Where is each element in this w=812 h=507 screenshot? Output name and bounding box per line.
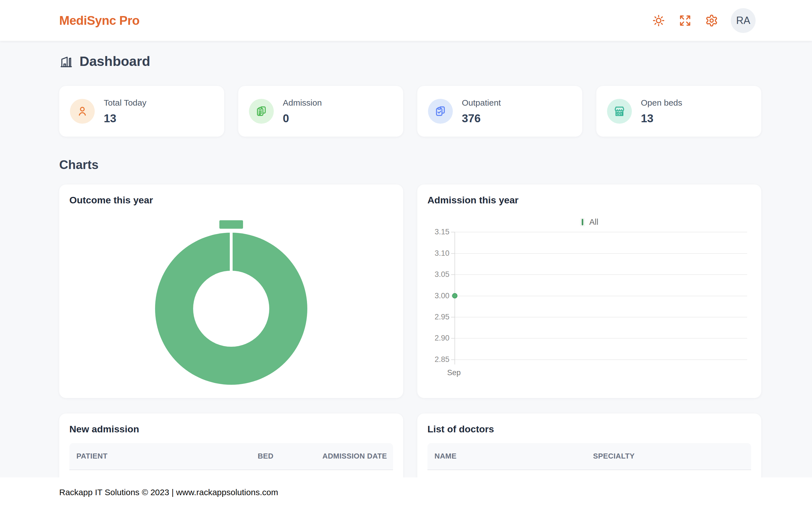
table-header-row: NAME SPECIALTY [427, 443, 751, 470]
data-point-sep [452, 293, 458, 298]
y-axis-tick: 3.00 [427, 291, 449, 300]
footer-text: Rackapp IT Solutions © 2023 | www.rackap… [59, 488, 278, 497]
chart-title: Admission this year [427, 194, 751, 206]
stat-card-total-today: Total Today 13 [59, 86, 224, 136]
table-header-row: PATIENT BED ADMISSION DATE [69, 443, 393, 470]
settings-button[interactable] [704, 13, 719, 29]
tick-mark [451, 253, 455, 254]
stat-card-outpatient: Outpatient 376 [417, 86, 582, 136]
donut-legend-swatch[interactable] [219, 220, 243, 229]
column-header-admission-date: ADMISSION DATE [315, 443, 393, 469]
y-axis-tick: 3.10 [427, 249, 449, 258]
legend-label: All [589, 217, 598, 227]
stat-card-open-beds: Open beds 13 [596, 86, 761, 136]
chart-title: Outcome this year [69, 194, 393, 206]
stat-value: 376 [462, 112, 501, 125]
dashboard-icon [59, 54, 73, 68]
main-content: Dashboard Total Today 13 [0, 41, 812, 507]
footer: Rackapp IT Solutions © 2023 | www.rackap… [0, 477, 812, 507]
tick-mark [451, 338, 455, 339]
y-axis-tick: 3.05 [427, 270, 449, 279]
admission-line-chart: 3.15 3.10 3.05 3.00 2.95 2.90 2. [427, 232, 747, 359]
tick-mark [451, 274, 455, 275]
line-chart-legend[interactable]: All [427, 217, 751, 227]
gear-icon [705, 14, 718, 27]
outcome-chart-card: Outcome this year [59, 184, 403, 398]
y-axis-tick: 3.15 [427, 228, 449, 236]
outcome-donut-chart [155, 233, 307, 385]
clipboard-list-icon [249, 99, 274, 124]
app-logo: MediSync Pro [59, 13, 140, 27]
stat-text: Outpatient 376 [462, 98, 501, 125]
column-header-bed: BED [251, 443, 315, 469]
column-header-name: NAME [427, 443, 586, 469]
gridline [455, 338, 747, 339]
stat-label: Total Today [104, 98, 146, 108]
x-axis-label: Sep [447, 369, 461, 377]
y-axis-tick: 2.90 [427, 334, 449, 342]
y-axis-tick: 2.95 [427, 313, 449, 321]
page-title: Dashboard [80, 54, 150, 69]
gridline [455, 359, 747, 360]
tick-mark [451, 232, 455, 232]
stat-value: 13 [641, 112, 682, 125]
store-icon [607, 99, 632, 124]
tick-mark [451, 359, 455, 360]
charts-section-heading: Charts [59, 158, 761, 172]
legend-swatch-box[interactable] [580, 218, 585, 226]
stats-row: Total Today 13 Admission 0 [59, 86, 761, 136]
column-header-patient: PATIENT [69, 443, 251, 469]
table-title: List of doctors [427, 424, 751, 435]
fullscreen-button[interactable] [677, 13, 693, 29]
stat-text: Admission 0 [283, 98, 322, 125]
legend-swatch [581, 219, 583, 225]
gridline [455, 232, 747, 232]
stat-label: Open beds [641, 98, 682, 108]
clipboard-check-icon [428, 99, 453, 124]
gridline [455, 274, 747, 275]
user-avatar[interactable]: RA [731, 8, 756, 33]
table-title: New admission [69, 424, 393, 435]
gridline [455, 253, 747, 254]
stat-text: Open beds 13 [641, 98, 682, 125]
stat-label: Admission [283, 98, 322, 108]
stat-text: Total Today 13 [104, 98, 146, 125]
stat-label: Outpatient [462, 98, 501, 108]
tick-mark [451, 317, 455, 318]
column-header-specialty: SPECIALTY [586, 443, 751, 469]
donut-slice-divider [230, 233, 233, 272]
stat-card-admission: Admission 0 [238, 86, 403, 136]
user-icon [70, 99, 95, 124]
y-axis-tick: 2.85 [427, 355, 449, 364]
theme-toggle-button[interactable] [651, 13, 666, 29]
admission-chart-card: Admission this year All 3.15 3.10 3.05 [417, 184, 761, 398]
sun-icon [652, 14, 665, 27]
stat-value: 0 [283, 112, 322, 125]
page-title-row: Dashboard [59, 54, 761, 69]
charts-row: Outcome this year Admission this year Al… [59, 184, 761, 398]
expand-icon [679, 14, 692, 27]
stat-value: 13 [104, 112, 146, 125]
gridline [455, 317, 747, 318]
gridline [455, 296, 747, 296]
top-navigation-bar: MediSync Pro RA [0, 0, 812, 41]
